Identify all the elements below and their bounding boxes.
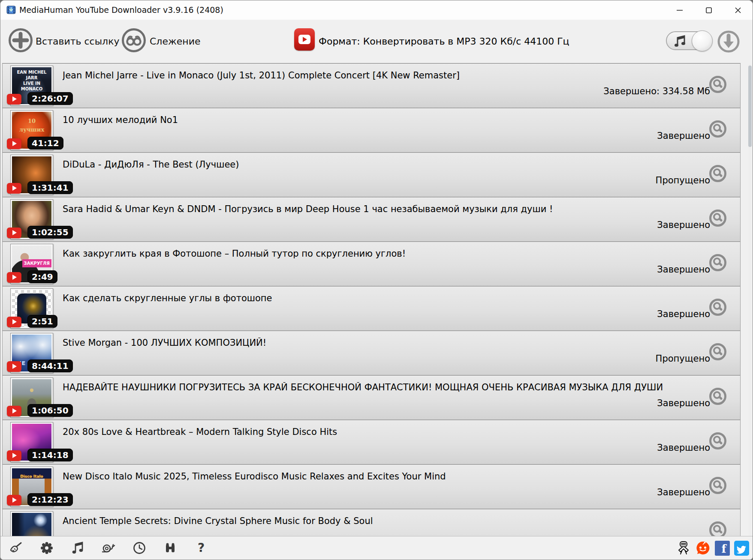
- download-item[interactable]: ЗАКРУГЛЯ 2:49 Как закруглить края в Фото…: [3, 242, 740, 287]
- thumbnail-text: EAN MICHEL JARRLIVE IN MONACO: [12, 67, 51, 92]
- show-in-folder-icon[interactable]: [709, 210, 726, 227]
- video-title: 10 лучших мелодий No1: [63, 115, 693, 125]
- window-title: MediaHuman YouTube Downloader v3.9.16 (2…: [19, 0, 223, 20]
- close-button[interactable]: [723, 0, 753, 20]
- snail-icon[interactable]: [100, 539, 117, 557]
- format-label[interactable]: Формат: Конвертировать в MP3 320 Кб/с 44…: [319, 20, 569, 63]
- play-icon: [7, 495, 21, 506]
- duration-badge: 2:51: [27, 315, 57, 328]
- music-note-icon[interactable]: [69, 539, 86, 557]
- paste-link-label[interactable]: Вставить ссылку: [36, 20, 119, 63]
- video-title: 20x 80s Love & Heartbreak – Modern Talki…: [63, 427, 693, 437]
- youtube-format-icon[interactable]: [294, 28, 315, 51]
- duration-badge: 1:06:50: [27, 404, 73, 417]
- reddit-icon[interactable]: [695, 540, 711, 556]
- social-links: f: [676, 536, 749, 560]
- video-title: НАДЕВАЙТЕ НАУШНИКИ ПОГРУЗИТЕСЬ ЗА КРАЙ Б…: [63, 382, 693, 392]
- show-in-folder-icon[interactable]: [709, 343, 726, 360]
- play-icon: [7, 138, 21, 149]
- tracking-label[interactable]: Слежение: [150, 20, 201, 63]
- twitter-icon[interactable]: [734, 540, 749, 556]
- duration-badge: 8:44:11: [27, 359, 73, 372]
- broom-icon[interactable]: [7, 539, 24, 557]
- show-in-folder-icon[interactable]: [709, 521, 726, 537]
- show-in-folder-icon[interactable]: [709, 254, 726, 271]
- status-label: Завершено: [657, 131, 710, 141]
- play-icon: [7, 94, 21, 105]
- duration-badge: 2:26:07: [27, 92, 73, 105]
- video-title: DiDuLa - ДиДюЛя - The Best (Лучшее): [63, 159, 693, 170]
- video-title: Как закруглить края в Фотошопе – Полный …: [63, 249, 693, 259]
- play-icon: [7, 228, 21, 238]
- download-item[interactable]: 1:31:41 DiDuLa - ДиДюЛя - The Best (Лучш…: [3, 153, 740, 198]
- youtube-play-triangle: [303, 37, 307, 42]
- play-icon: [7, 361, 21, 372]
- help-icon[interactable]: ?: [193, 539, 210, 557]
- thumbnail-image: [12, 513, 51, 537]
- video-thumbnail: [10, 511, 53, 537]
- maximize-button[interactable]: [694, 0, 723, 20]
- list-scrollbar[interactable]: [748, 64, 752, 536]
- duration-badge: 1:31:41: [27, 181, 73, 194]
- facebook-icon[interactable]: f: [714, 540, 730, 556]
- minimize-button[interactable]: [665, 0, 694, 20]
- play-icon: [7, 317, 21, 327]
- show-in-folder-icon[interactable]: [709, 299, 726, 316]
- svg-text:?: ?: [198, 541, 205, 555]
- status-label: Пропущено: [656, 175, 710, 186]
- status-label: Завершено: [657, 264, 710, 275]
- app-window: MediaHuman YouTube Downloader v3.9.16 (2…: [0, 0, 753, 560]
- status-label: Завершено: 334.58 Мб: [603, 86, 710, 96]
- music-note-icon: [674, 34, 687, 50]
- download-item[interactable]: 1:14:18 20x 80s Love & Heartbreak – Mode…: [3, 420, 740, 465]
- statusbar-actions: ?: [7, 536, 210, 560]
- start-download-button[interactable]: [717, 30, 740, 53]
- download-item[interactable]: 10лучших 41:12 10 лучших мелодий No1 Зав…: [3, 108, 740, 153]
- binoculars-icon[interactable]: [162, 539, 179, 557]
- mediahuman-mascot-icon[interactable]: [676, 540, 691, 556]
- gear-icon[interactable]: [38, 539, 55, 557]
- toggle-knob[interactable]: [692, 30, 713, 51]
- play-icon: [7, 450, 21, 461]
- toolbar: Вставить ссылку Слежение Формат: Конверт…: [0, 20, 753, 63]
- download-item[interactable]: 1:02:55 Sara Hadid & Umar Keyn & DNDM - …: [3, 198, 740, 242]
- status-label: Завершено: [657, 398, 710, 408]
- duration-badge: 1:14:18: [27, 449, 73, 461]
- show-in-folder-icon[interactable]: [709, 120, 726, 138]
- play-icon: [7, 406, 21, 416]
- tracking-button[interactable]: [121, 28, 146, 53]
- duration-badge: 2:12:23: [27, 493, 73, 506]
- duration-badge: 2:49: [27, 270, 57, 283]
- download-list: EAN MICHEL JARRLIVE IN MONACO 2:26:07 Je…: [2, 63, 741, 537]
- download-item[interactable]: 1:06:50 НАДЕВАЙТЕ НАУШНИКИ ПОГРУЗИТЕСЬ З…: [3, 376, 740, 420]
- audio-mode-toggle[interactable]: [666, 31, 711, 50]
- download-item[interactable]: EAN MICHEL JARRLIVE IN MONACO 2:26:07 Je…: [3, 64, 740, 108]
- paste-link-button[interactable]: [8, 28, 33, 53]
- title-bar: MediaHuman YouTube Downloader v3.9.16 (2…: [0, 0, 753, 20]
- duration-badge: 41:12: [27, 137, 63, 150]
- show-in-folder-icon[interactable]: [709, 477, 726, 494]
- download-item[interactable]: Disco Italo 2:12:23 New Disco Italo Musi…: [3, 465, 740, 509]
- show-in-folder-icon[interactable]: [709, 76, 726, 93]
- video-title: New Disco Italo Music 2025, Timeless Eur…: [63, 471, 693, 482]
- show-in-folder-icon[interactable]: [709, 165, 726, 182]
- status-label: Пропущено: [656, 353, 710, 364]
- play-icon: [7, 183, 21, 194]
- download-item[interactable]: Ancient Temple Secrets: Divine Crystal S…: [3, 509, 740, 537]
- thumbnail-text: Disco Italo: [12, 474, 51, 479]
- status-label: Завершено: [657, 487, 710, 497]
- duration-badge: 1:02:55: [27, 226, 73, 239]
- show-in-folder-icon[interactable]: [709, 388, 726, 405]
- video-title: Jean Michel Jarre - Live in Monaco (July…: [63, 70, 693, 81]
- video-title: Как сделать скругленные углы в фотошопе: [63, 293, 693, 303]
- app-icon: [6, 5, 16, 15]
- download-item[interactable]: IVE MORG 8:44:11 Stive Morgan - 100 ЛУЧШ…: [3, 331, 740, 376]
- status-label: Завершено: [657, 309, 710, 319]
- thumbnail-text: ЗАКРУГЛЯ: [22, 259, 51, 267]
- show-in-folder-icon[interactable]: [709, 432, 726, 449]
- clock-icon[interactable]: [131, 539, 148, 557]
- video-title: Ancient Temple Secrets: Divine Crystal S…: [63, 516, 693, 526]
- scrollbar-thumb[interactable]: [748, 66, 752, 147]
- download-item[interactable]: 2:51 Как сделать скругленные углы в фото…: [3, 287, 740, 331]
- status-label: Завершено: [657, 220, 710, 230]
